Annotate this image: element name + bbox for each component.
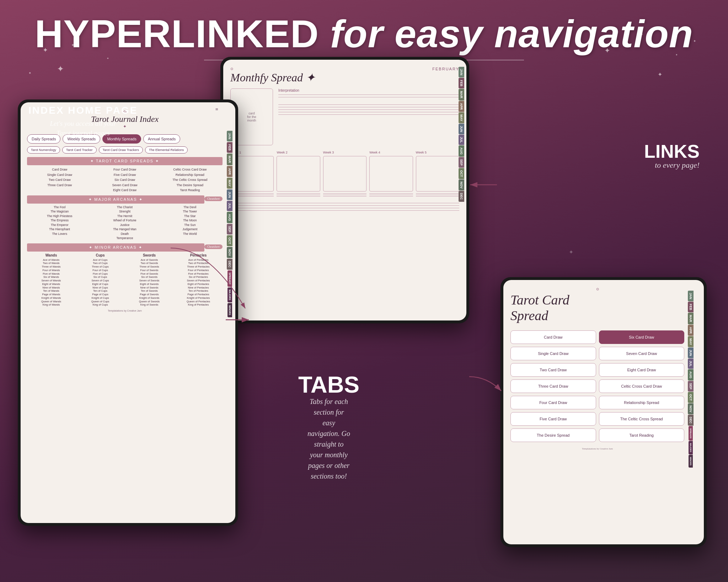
tab-jul-left[interactable]: JUL xyxy=(227,201,232,211)
tab-sep-left[interactable]: SEP xyxy=(227,224,232,235)
weekly-grid: Week 1 Week 2 Week 3 xyxy=(230,151,459,198)
tab-dec-right[interactable]: DEC xyxy=(688,415,694,426)
header-bold: HYPERLINKED xyxy=(35,12,319,55)
tab-may-center[interactable]: MAY xyxy=(459,112,464,123)
annotation-tabs: TABS Tabs for each section for easy navi… xyxy=(249,373,409,481)
tab-jan-left[interactable]: JAN xyxy=(227,131,232,141)
tab-jun-center[interactable]: JUN xyxy=(459,124,464,134)
tab-minors-right[interactable]: MINORS xyxy=(689,455,693,468)
tab-dec-center[interactable]: DEC xyxy=(459,191,464,202)
spread-btn-four[interactable]: Four Card Draw xyxy=(510,396,596,409)
index-title: INDEX HOME PAGE xyxy=(28,105,138,116)
links-sub: to every page! xyxy=(644,161,700,170)
spread-btn-eight[interactable]: Eight Card Draw xyxy=(599,363,685,377)
spreads-section-header: ✦ TAROT CARD SPREADS ✦ xyxy=(27,157,223,165)
week2-box xyxy=(277,156,320,192)
tab-oct-left[interactable]: OCT xyxy=(227,235,232,246)
header-title: HYPERLINKED for easy navigation xyxy=(0,14,728,53)
tab-spreads-right[interactable]: SPREADS xyxy=(689,426,693,441)
sub-btn-numerology[interactable]: Tarot Numerology xyxy=(27,146,60,153)
links-label: LINKS xyxy=(644,142,700,161)
tab-majors-left[interactable]: MAJORS xyxy=(228,287,232,302)
tabs-description: Tabs for each section for easy navigatio… xyxy=(249,396,409,481)
tab-apr-left[interactable]: APR xyxy=(227,166,232,177)
major-section-header: ✦ MAJOR ARCANAS ✦ xyxy=(27,195,204,204)
spread-btn-tarot-reading[interactable]: Tarot Reading xyxy=(599,429,685,442)
sub-btn-tracker[interactable]: Tarot Card Tracker xyxy=(62,146,97,153)
spread-btn-desire[interactable]: The Desire Spread xyxy=(510,429,596,442)
interpretation-area: Interpretation xyxy=(278,88,459,145)
spread-btn-relationship[interactable]: Relationship Spread xyxy=(599,396,685,409)
tablet-monthly: ⊙ Monthfy Spread ✦ FEBRUARY cardfor them… xyxy=(220,57,469,323)
monthly-title: Monthfy Spread ✦ xyxy=(230,71,315,84)
tablet-card-spread: ⊙ Tarot CardSpread Card Draw Six Card Dr… xyxy=(500,277,707,547)
tab-oct-center[interactable]: OCT xyxy=(459,168,464,179)
spreads-col-3: Celtic Cross Card Draw Relationship Spre… xyxy=(157,167,223,193)
spread-btn-single[interactable]: Single Card Draw xyxy=(510,347,596,360)
spread-btn-five[interactable]: Five Card Draw xyxy=(510,412,596,426)
tab-nov-left[interactable]: NOV xyxy=(227,247,232,258)
tab-mar-center[interactable]: MAR xyxy=(459,89,464,101)
spread-btn-celtic-cross-card[interactable]: Celtic Cross Card Draw xyxy=(599,379,685,393)
sub-btn-draw-trackers[interactable]: Tarot Card Draw Trackers xyxy=(99,146,143,153)
tab-mar-right[interactable]: MAR xyxy=(688,313,694,324)
tab-jul-center[interactable]: JUL xyxy=(459,135,464,145)
minor-section-header: ✦ MINOR ARCANAS ✦ xyxy=(27,243,204,252)
side-tabs-center: JAN FEB MAR APR MAY JUN JUL AUG SEP OCT … xyxy=(456,60,466,320)
tab-spreads-left[interactable]: SPREADS xyxy=(228,270,232,287)
tab-may-right[interactable]: MAY xyxy=(688,336,694,347)
annotation-index: INDEX HOME PAGE Let's you access all you… xyxy=(28,105,138,138)
spread-btn-two[interactable]: Two Card Draw xyxy=(510,363,596,377)
spreads-col-2: Four Card Draw Five Card Draw Six Card D… xyxy=(92,167,157,193)
tab-feb-right[interactable]: FEB xyxy=(688,302,694,312)
tab-apr-center[interactable]: APR xyxy=(459,101,464,112)
tab-feb-left[interactable]: FEB xyxy=(227,142,232,153)
tab-majors-right[interactable]: MAJORS xyxy=(689,441,693,454)
tab-aug-right[interactable]: AUG xyxy=(688,369,694,381)
tab-jun-right[interactable]: JUN xyxy=(688,347,694,358)
tab-apr-right[interactable]: APR xyxy=(688,325,694,336)
tab-oct-right[interactable]: OCT xyxy=(688,392,694,403)
tab-sep-center[interactable]: SEP xyxy=(459,157,464,168)
tab-minors-left[interactable]: MINORS xyxy=(228,303,232,317)
tab-jul-right[interactable]: JUL xyxy=(688,359,694,369)
tab-mar-left[interactable]: MAR xyxy=(227,153,232,165)
spread-btn-three[interactable]: Three Card Draw xyxy=(510,379,596,393)
tab-feb-center[interactable]: FEB xyxy=(459,78,464,88)
monthly-month: FEBRUARY xyxy=(432,67,459,71)
week4-box xyxy=(369,156,413,192)
cheatsheet-badge-minor[interactable]: Cheatsheet xyxy=(204,244,223,249)
tab-sep-right[interactable]: SEP xyxy=(688,381,694,392)
tab-jan-right[interactable]: JAN xyxy=(688,291,694,301)
tab-jun-left[interactable]: JUN xyxy=(227,189,232,200)
header: HYPERLINKED for easy navigation xyxy=(0,0,728,60)
week3-box xyxy=(323,156,366,192)
tab-aug-left[interactable]: AUG xyxy=(227,212,232,223)
major-arcana-grid: The Fool The Magician The High Priestess… xyxy=(27,205,223,241)
week5-box xyxy=(416,156,459,192)
spread-buttons-grid: Card Draw Six Card Draw Single Card Draw… xyxy=(510,330,684,442)
tab-jan-center[interactable]: JAN xyxy=(459,67,464,77)
tabs-label: TABS xyxy=(249,373,409,396)
spread-btn-seven[interactable]: Seven Card Draw xyxy=(599,347,685,360)
spread-btn-card-draw[interactable]: Card Draw xyxy=(510,330,596,344)
tab-nov-center[interactable]: NOV xyxy=(459,179,464,191)
spread-btn-celtic-cross[interactable]: The Celtic Cross Spread xyxy=(599,412,685,426)
sub-btn-elemental[interactable]: The Elemental Relations xyxy=(145,146,188,153)
tab-dec-left[interactable]: DEC xyxy=(227,259,232,270)
spreads-col-1: Card Draw Single Card Draw Two Card Draw… xyxy=(27,167,92,193)
tab-nov-right[interactable]: NOV xyxy=(688,403,694,415)
header-italic: for easy navigation xyxy=(330,12,694,55)
cheatsheet-badge-major[interactable]: Cheatsheet xyxy=(204,196,223,201)
minor-arcana-grid: Wands Ace of Wands Two of Wands Three of… xyxy=(27,253,223,307)
tab-may-left[interactable]: MAY xyxy=(227,178,232,189)
card-spread-main: ⊙ Tarot CardSpread Card Draw Six Card Dr… xyxy=(510,287,684,537)
tab-aug-center[interactable]: AUG xyxy=(459,145,464,157)
spread-btn-six-card[interactable]: Six Card Draw xyxy=(599,330,685,344)
card-spread-content: ⊙ Tarot CardSpread Card Draw Six Card Dr… xyxy=(503,280,704,544)
side-tabs-right: JAN FEB MAR APR MAY JUN JUL AUG SEP OCT … xyxy=(684,287,697,537)
nav-btn-annual[interactable]: Annual Spreads xyxy=(143,134,180,144)
arrow-links xyxy=(465,178,500,192)
hamburger-icon[interactable]: ≡ xyxy=(215,107,218,112)
copyright-left: Templatations by Creative Jam xyxy=(27,309,223,312)
